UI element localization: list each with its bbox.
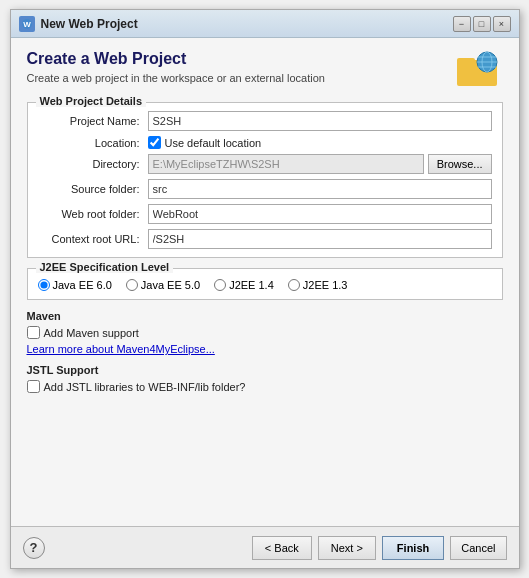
svg-rect-3 [457,58,475,64]
finish-button[interactable]: Finish [382,536,444,560]
location-label: Location: [38,137,148,149]
radio-java-ee-6-input[interactable] [38,279,50,291]
web-root-folder-row: Web root folder: [38,204,492,224]
back-button[interactable]: < Back [252,536,312,560]
close-button[interactable]: × [493,16,511,32]
add-maven-support-label: Add Maven support [44,327,139,339]
add-jstl-libraries-checkbox[interactable] [27,380,40,393]
context-root-url-row: Context root URL: [38,229,492,249]
web-root-folder-label: Web root folder: [38,208,148,220]
dialog-footer: ? < Back Next > Finish Cancel [11,526,519,568]
radio-java-ee-5-label: Java EE 5.0 [141,279,200,291]
context-root-url-input[interactable] [148,229,492,249]
radio-j2ee-1-4-input[interactable] [214,279,226,291]
add-jstl-libraries-label: Add JSTL libraries to WEB-INF/lib folder… [44,381,246,393]
radio-j2ee-1-3-label: J2EE 1.3 [303,279,348,291]
svg-text:W: W [23,20,31,29]
browse-button[interactable]: Browse... [428,154,492,174]
maven-learn-more-link[interactable]: Learn more about Maven4MyEclipse... [27,343,215,355]
use-default-location-label: Use default location [165,137,262,149]
maven-title: Maven [27,310,503,322]
directory-input [148,154,424,174]
section-label-details: Web Project Details [36,95,147,107]
maximize-button[interactable]: □ [473,16,491,32]
use-default-location-row: Use default location [148,136,262,149]
footer-left: ? [23,537,45,559]
web-root-folder-input[interactable] [148,204,492,224]
window-icon: W [19,16,35,32]
use-default-location-checkbox[interactable] [148,136,161,149]
project-name-row: Project Name: [38,111,492,131]
minimize-button[interactable]: − [453,16,471,32]
cancel-button[interactable]: Cancel [450,536,506,560]
radio-j2ee-1-4[interactable]: J2EE 1.4 [214,279,274,291]
radio-java-ee-6[interactable]: Java EE 6.0 [38,279,112,291]
title-bar: W New Web Project − □ × [11,10,519,38]
project-name-input[interactable] [148,111,492,131]
j2ee-radio-group: Java EE 6.0 Java EE 5.0 J2EE 1.4 J2EE 1.… [38,279,492,291]
help-button[interactable]: ? [23,537,45,559]
radio-java-ee-6-label: Java EE 6.0 [53,279,112,291]
page-title: Create a Web Project [27,50,447,68]
maven-checkbox-row: Add Maven support [27,326,503,339]
dialog-content: Create a Web Project Create a web projec… [11,38,519,526]
j2ee-section-label: J2EE Specification Level [36,261,174,273]
page-subtitle: Create a web project in the workspace or… [27,72,447,84]
add-maven-support-checkbox[interactable] [27,326,40,339]
source-folder-input[interactable] [148,179,492,199]
jstl-title: JSTL Support [27,364,503,376]
radio-j2ee-1-3[interactable]: J2EE 1.3 [288,279,348,291]
web-project-details-section: Web Project Details Project Name: Locati… [27,102,503,258]
jstl-section: JSTL Support Add JSTL libraries to WEB-I… [27,364,503,396]
maven-section: Maven Add Maven support Learn more about… [27,310,503,356]
directory-label: Directory: [38,158,148,170]
source-folder-label: Source folder: [38,183,148,195]
radio-j2ee-1-3-input[interactable] [288,279,300,291]
page-header: Create a Web Project Create a web projec… [27,50,503,92]
window-title: New Web Project [41,17,453,31]
dialog-window: W New Web Project − □ × Create a Web Pro… [10,9,520,569]
radio-java-ee-5[interactable]: Java EE 5.0 [126,279,200,291]
project-name-label: Project Name: [38,115,148,127]
header-text-block: Create a Web Project Create a web projec… [27,50,447,84]
window-controls: − □ × [453,16,511,32]
next-button[interactable]: Next > [318,536,376,560]
directory-row: Directory: Browse... [38,154,492,174]
radio-j2ee-1-4-label: J2EE 1.4 [229,279,274,291]
j2ee-section: J2EE Specification Level Java EE 6.0 Jav… [27,268,503,300]
location-row: Location: Use default location [38,136,492,149]
jstl-checkbox-row: Add JSTL libraries to WEB-INF/lib folder… [27,380,503,393]
header-icon [455,50,503,92]
radio-java-ee-5-input[interactable] [126,279,138,291]
source-folder-row: Source folder: [38,179,492,199]
context-root-url-label: Context root URL: [38,233,148,245]
